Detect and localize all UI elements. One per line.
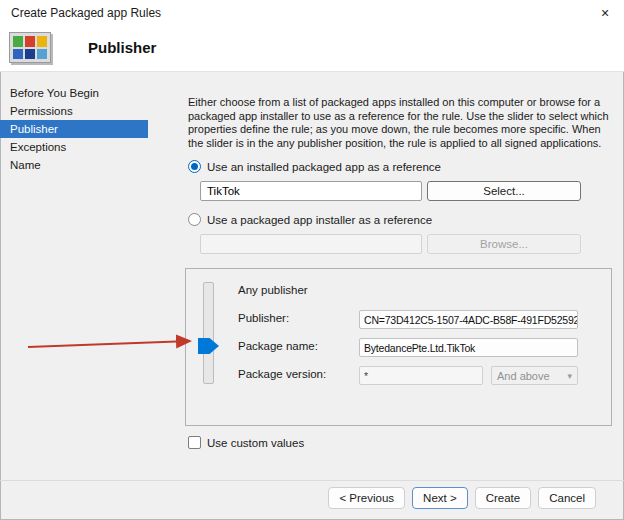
wizard-header: Publisher [0, 26, 624, 72]
browse-button: Browse... [427, 234, 581, 254]
publisher-slider-track[interactable] [203, 282, 214, 384]
next-button[interactable]: Next > [412, 487, 468, 509]
version-scope-value: And above [497, 370, 550, 382]
icon-tile-red [25, 36, 35, 47]
installer-path-input [200, 234, 422, 254]
package-version-value: * [359, 366, 483, 385]
icon-tile-green [13, 36, 23, 47]
select-button[interactable]: Select... [427, 181, 581, 201]
package-name-label: Package name: [238, 340, 318, 352]
icon-tiles [13, 36, 47, 59]
previous-button[interactable]: < Previous [328, 487, 405, 509]
use-custom-values-label: Use custom values [207, 437, 304, 449]
footer-buttons: < Previous Next > Create Cancel [0, 487, 624, 509]
any-publisher-label: Any publisher [238, 284, 308, 296]
wizard-step-before-you-begin[interactable]: Before You Begin [0, 84, 148, 102]
footer-divider [0, 480, 624, 481]
wizard-steps-sidebar: Before You Begin Permissions Publisher E… [0, 72, 148, 520]
installed-app-radio[interactable]: Use an installed packaged app as a refer… [188, 160, 441, 173]
installed-app-input[interactable]: TikTok [200, 181, 422, 201]
wizard-step-publisher[interactable]: Publisher [0, 120, 148, 138]
installer-radio[interactable]: Use a packaged app installer as a refere… [188, 213, 432, 226]
use-custom-values-checkbox[interactable]: Use custom values [188, 436, 304, 449]
wizard-step-name[interactable]: Name [0, 156, 148, 174]
publisher-scope-panel: Any publisher Publisher: CN=73D412C5-150… [185, 268, 612, 426]
installed-app-radio-label: Use an installed packaged app as a refer… [207, 161, 441, 173]
installer-radio-label: Use a packaged app installer as a refere… [207, 214, 432, 226]
icon-tile-lightblue [37, 49, 47, 60]
radio-checked-icon [188, 160, 201, 173]
wizard-step-exceptions[interactable]: Exceptions [0, 138, 148, 156]
radio-unchecked-icon [188, 213, 201, 226]
checkbox-unchecked-icon [188, 436, 201, 449]
publisher-slider-thumb[interactable] [198, 338, 219, 354]
package-version-label: Package version: [238, 368, 326, 380]
icon-tile-yellow [37, 36, 47, 47]
publisher-label: Publisher: [238, 312, 289, 324]
create-button[interactable]: Create [475, 487, 532, 509]
package-name-value: BytedancePte.Ltd.TikTok [359, 338, 578, 357]
icon-tile-navy [25, 49, 35, 60]
window-title: Create Packaged app Rules [11, 6, 161, 20]
packaged-app-rules-icon [9, 32, 51, 63]
titlebar: Create Packaged app Rules × [0, 0, 624, 26]
cancel-button[interactable]: Cancel [538, 487, 596, 509]
create-packaged-app-rules-dialog: Create Packaged app Rules × Publisher Be… [0, 0, 624, 520]
publisher-value: CN=73D412C5-1507-4ADC-B58F-491FD52592E3 [359, 310, 578, 329]
version-scope-dropdown: And above ▾ [491, 366, 578, 385]
wizard-step-permissions[interactable]: Permissions [0, 102, 148, 120]
wizard-step-list: Before You Begin Permissions Publisher E… [0, 84, 148, 174]
chevron-down-icon: ▾ [567, 371, 572, 381]
page-description: Either choose from a list of packaged ap… [188, 96, 614, 150]
close-icon[interactable]: × [586, 0, 624, 26]
page-title: Publisher [88, 39, 156, 56]
icon-tile-blue [13, 49, 23, 60]
